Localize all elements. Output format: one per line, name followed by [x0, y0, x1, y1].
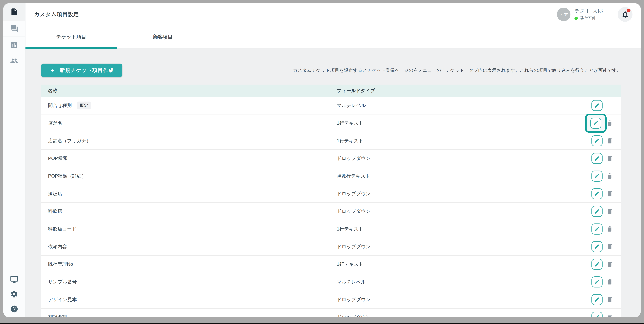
edit-button-wrap [592, 294, 602, 305]
edit-button-wrap [592, 312, 602, 317]
main-area: カスタム項目設定 テ太 テスト 太郎 受付可能 [26, 3, 641, 317]
screen: カスタム項目設定 テ太 テスト 太郎 受付可能 [0, 0, 644, 324]
user-status: 受付可能 [574, 16, 603, 21]
delete-button[interactable] [606, 296, 613, 304]
sidebar-item-help[interactable] [3, 302, 25, 316]
field-type: 1行テキスト [337, 261, 364, 268]
delete-button[interactable] [606, 278, 613, 286]
row-actions [592, 259, 613, 270]
trash-icon [606, 155, 613, 162]
edit-button[interactable] [592, 100, 602, 111]
edit-button[interactable] [590, 118, 602, 129]
pencil-icon [594, 297, 600, 303]
pencil-icon [594, 209, 600, 214]
field-type: 1行テキスト [337, 120, 364, 126]
plus-icon: ＋ [50, 66, 56, 74]
edit-button[interactable] [592, 153, 602, 164]
edit-button[interactable] [592, 224, 602, 235]
trash-icon [606, 243, 613, 251]
pencil-icon [594, 226, 600, 232]
edit-button[interactable] [592, 135, 602, 146]
sidebar-item-customers[interactable] [3, 53, 25, 69]
field-type: 1行テキスト [337, 226, 364, 232]
trash-icon [606, 119, 613, 127]
tab-customer-fields[interactable]: 顧客項目 [117, 26, 208, 48]
sidebar-item-tickets[interactable] [3, 3, 25, 20]
edit-button[interactable] [592, 259, 602, 270]
status-dot-icon [574, 17, 578, 20]
create-field-label: 新規チケット項目作成 [60, 67, 114, 74]
field-name: デザイン見本 [48, 296, 77, 303]
delete-button[interactable] [606, 155, 613, 162]
table-row: 酒販店 ドロップダウン [41, 185, 622, 203]
pencil-icon [594, 156, 600, 161]
header-divider [611, 8, 611, 20]
sidebar-item-chat[interactable] [3, 20, 25, 36]
delete-button[interactable] [606, 261, 613, 268]
column-header-name: 名称 [41, 88, 337, 94]
user-meta: テスト 太郎 受付可能 [574, 8, 603, 21]
edit-button[interactable] [592, 294, 602, 305]
trash-icon [606, 208, 613, 215]
page-title: カスタム項目設定 [34, 11, 79, 18]
people-icon [10, 57, 18, 65]
tab-ticket-fields[interactable]: チケット項目 [26, 26, 117, 48]
delete-button[interactable] [606, 119, 613, 127]
edit-button[interactable] [592, 171, 602, 182]
edit-button-wrap [592, 135, 602, 146]
row-actions [592, 206, 613, 217]
row-actions [592, 135, 613, 146]
field-name: 酒販店 [48, 191, 62, 197]
row-actions [592, 241, 613, 252]
notifications-button[interactable] [618, 7, 632, 22]
delete-button[interactable] [606, 225, 613, 233]
pencil-icon [594, 279, 600, 285]
delete-button[interactable] [606, 313, 613, 317]
pencil-icon [594, 244, 600, 250]
row-actions [592, 188, 613, 199]
avatar[interactable]: テ太 [557, 8, 570, 21]
table-row: 料飲店 ドロップダウン [41, 203, 622, 220]
field-type: ドロップダウン [337, 191, 371, 197]
pencil-icon [594, 314, 600, 317]
table-row: デザイン見本 ドロップダウン [41, 291, 622, 309]
table-row: サンプル番号 マルチレベル [41, 273, 622, 291]
field-type: ドロップダウン [337, 155, 371, 162]
edit-button[interactable] [592, 312, 602, 317]
edit-button[interactable] [592, 276, 602, 288]
edit-button[interactable] [592, 241, 602, 252]
help-icon [10, 305, 18, 313]
delete-button[interactable] [606, 172, 613, 180]
table-row: 店舗名（フリガナ） 1行テキスト [41, 132, 622, 150]
edit-button[interactable] [592, 188, 602, 199]
create-field-button[interactable]: ＋ 新規チケット項目作成 [41, 63, 122, 77]
field-name: 店舗名（フリガナ） [48, 138, 91, 144]
edit-button[interactable] [592, 206, 602, 217]
field-name: 翻訳希望 [48, 314, 67, 317]
edit-button-wrap [592, 259, 602, 270]
status-text: 受付可能 [580, 16, 596, 21]
bar-chart-icon [10, 41, 18, 49]
edit-button-wrap [592, 188, 602, 199]
gear-icon [10, 290, 18, 298]
column-header-type: フィールドタイプ [337, 88, 622, 94]
sidebar-item-settings[interactable] [3, 287, 25, 302]
trash-icon [606, 261, 613, 268]
table-row: 問合せ種別 既定 マルチレベル [41, 97, 622, 114]
delete-button[interactable] [606, 243, 613, 251]
tab-bar: チケット項目 顧客項目 [26, 26, 641, 48]
delete-button[interactable] [606, 208, 613, 215]
field-type: マルチレベル [337, 279, 366, 285]
field-name: POP種類（詳細） [48, 173, 86, 179]
pencil-icon [594, 173, 600, 179]
fields-table: 名称 フィールドタイプ 問合せ種別 既定 マルチレベル [41, 84, 622, 317]
table-header: 名称 フィールドタイプ [41, 84, 622, 97]
delete-button[interactable] [606, 190, 613, 198]
edit-button-wrap [592, 100, 602, 111]
delete-button[interactable] [606, 137, 613, 145]
sidebar-item-reports[interactable] [3, 37, 25, 53]
edit-button-wrap [592, 276, 602, 288]
default-badge: 既定 [77, 101, 91, 109]
sidebar-item-monitor[interactable] [3, 272, 25, 287]
row-actions [592, 276, 613, 288]
